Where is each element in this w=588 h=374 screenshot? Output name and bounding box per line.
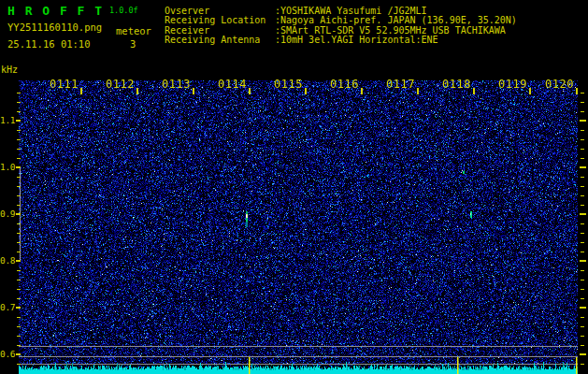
x-minute-tick	[473, 88, 475, 94]
y-minor-tick	[17, 326, 21, 327]
y-minor-tick	[17, 139, 21, 140]
y-minor-tick-right	[581, 345, 584, 346]
info-value-location: :Nagoya Aichi-pref. JAPAN (136.90E, 35.2…	[275, 15, 517, 25]
y-minor-tick-right	[581, 233, 584, 234]
y-tick-label: 1.1	[0, 115, 15, 125]
y-major-tick	[16, 307, 21, 309]
y-minor-tick-right	[581, 149, 584, 150]
y-minor-tick-right	[581, 289, 584, 290]
x-tick-label: 0112	[95, 78, 135, 91]
y-minor-tick	[17, 195, 21, 196]
x-tick-label: 0120	[535, 78, 574, 91]
y-minor-tick	[17, 205, 21, 206]
x-minute-tick	[136, 88, 138, 94]
x-minute-tick	[361, 88, 363, 94]
y-minor-tick-right	[581, 130, 584, 131]
y-minor-tick	[17, 242, 21, 243]
y-minor-tick-right	[581, 223, 584, 224]
y-minor-tick	[17, 149, 21, 150]
x-tick-label: 0118	[432, 78, 471, 91]
y-minor-tick	[17, 270, 21, 271]
y-minor-tick	[17, 111, 21, 112]
y-minor-tick-right	[581, 270, 584, 271]
y-axis-unit-label: kHz	[1, 65, 18, 75]
hrofft-window: H R O F F T 1.0.0f YY2511160110.png mete…	[0, 0, 588, 374]
y-minor-tick	[17, 186, 21, 187]
y-minor-tick-right	[581, 242, 584, 243]
y-minor-tick	[17, 280, 21, 280]
info-label-location: Receiving Location	[165, 15, 265, 25]
spectrogram-canvas	[19, 80, 578, 374]
y-minor-tick-right	[581, 177, 584, 178]
y-tick-label: 1.0	[0, 162, 15, 172]
y-minor-tick-right	[581, 252, 584, 252]
x-minute-tick	[249, 88, 251, 94]
y-minor-tick-right	[581, 336, 584, 337]
y-minor-tick	[17, 364, 21, 365]
y-minor-tick	[17, 102, 21, 103]
y-major-tick	[16, 353, 21, 355]
x-tick-label: 0119	[488, 78, 527, 91]
y-minor-tick-right	[581, 102, 584, 103]
x-tick-label: 0116	[320, 78, 359, 91]
mode-label: meteor	[116, 25, 151, 36]
meteor-count: 3	[130, 38, 136, 50]
x-minute-tick	[80, 88, 82, 94]
y-minor-tick-right	[581, 280, 584, 280]
y-major-tick-right	[580, 120, 586, 122]
observation-datetime: 25.11.16 01:10	[7, 38, 91, 50]
x-tick-label: 0113	[151, 78, 191, 91]
x-minute-tick	[576, 88, 578, 94]
x-tick-label: 0117	[376, 78, 415, 91]
y-tick-label: 0.7	[0, 302, 15, 312]
app-version: 1.0.0f	[109, 6, 138, 15]
x-minute-tick	[193, 88, 194, 94]
y-minor-tick	[17, 130, 21, 131]
y-minor-tick	[17, 336, 21, 337]
y-minor-tick-right	[581, 158, 584, 159]
y-minor-tick	[17, 298, 21, 299]
x-minute-tick	[417, 88, 419, 94]
y-minor-tick-right	[581, 298, 584, 299]
y-major-tick	[16, 260, 21, 262]
y-minor-tick	[17, 317, 21, 318]
info-label-antenna: Receiving Antenna	[165, 35, 260, 45]
y-major-tick-right	[580, 166, 586, 168]
y-major-tick-right	[580, 213, 586, 215]
y-minor-tick	[17, 252, 21, 252]
y-minor-tick	[17, 233, 21, 234]
info-value-antenna: :10mH 3el.YAGI Horizontal:ENE	[275, 35, 438, 45]
y-major-tick	[16, 213, 21, 215]
y-minor-tick-right	[581, 317, 584, 318]
y-minor-tick	[17, 93, 21, 94]
y-minor-tick	[17, 177, 21, 178]
y-major-tick	[16, 166, 21, 168]
y-major-tick-right	[580, 307, 586, 309]
y-minor-tick	[17, 345, 21, 346]
y-minor-tick	[17, 158, 21, 159]
y-minor-tick	[17, 289, 21, 290]
y-major-tick	[16, 120, 21, 122]
y-minor-tick	[17, 223, 21, 224]
x-tick-label: 0114	[208, 78, 247, 91]
y-minor-tick-right	[581, 205, 584, 206]
y-minor-tick-right	[581, 93, 584, 94]
y-tick-label: 0.8	[0, 255, 15, 266]
x-tick-label: 0111	[39, 78, 79, 91]
y-major-tick-right	[580, 353, 586, 355]
y-tick-label: 0.6	[0, 349, 15, 359]
y-minor-tick-right	[581, 195, 584, 196]
y-major-tick-right	[580, 260, 586, 262]
y-minor-tick-right	[581, 139, 584, 140]
y-minor-tick-right	[581, 364, 584, 365]
y-minor-tick-right	[581, 111, 584, 112]
y-minor-tick-right	[581, 326, 584, 327]
x-minute-tick	[529, 88, 531, 94]
y-tick-label: 0.9	[0, 209, 15, 219]
y-minor-tick-right	[581, 186, 584, 187]
x-minute-tick	[305, 88, 307, 94]
output-filename: YY2511160110.png	[7, 22, 102, 33]
app-title: H R O F F T	[7, 4, 104, 18]
x-tick-label: 0115	[264, 78, 303, 91]
